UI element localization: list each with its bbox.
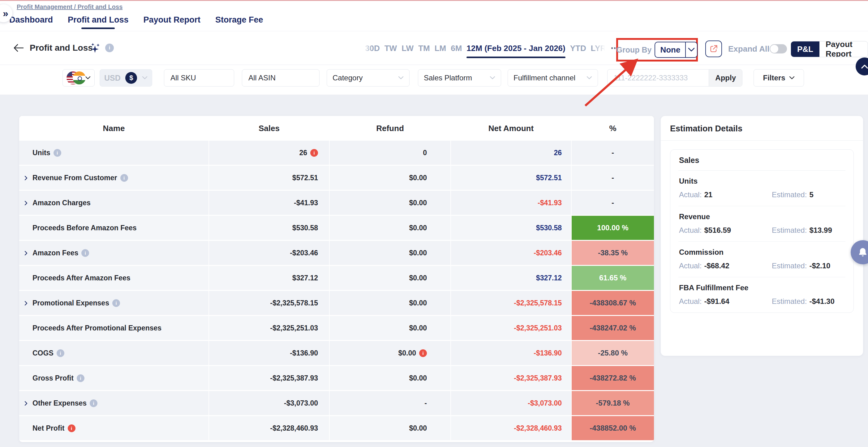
chevron-right-icon[interactable] (23, 299, 30, 306)
sparkles-ai-icon[interactable] (90, 42, 101, 54)
time-range-option[interactable]: 6M (451, 43, 462, 53)
tab-dashboard[interactable]: Dashboard (9, 15, 53, 28)
info-icon[interactable]: i (90, 400, 97, 407)
bell-icon (857, 247, 868, 258)
group-by-select[interactable]: None (655, 42, 698, 58)
sales-value: $327.12 (292, 274, 318, 282)
estimation-item: CommissionActual:-$68.42Estimated:-$2.10 (678, 242, 845, 270)
sku-filter[interactable] (164, 69, 234, 87)
fulfillment-channel-select[interactable]: Fulfillment channel (507, 69, 598, 87)
sales-value: -$2,325,578.15 (270, 299, 318, 307)
info-icon[interactable]: i (419, 349, 427, 357)
row-percent-cell: - (572, 141, 654, 165)
table-row: Proceeds After Promotional Expenses-$2,3… (19, 316, 654, 340)
estimated-value: -$41.30 (809, 297, 834, 306)
row-sales-cell: -$2,325,251.03 (209, 316, 329, 340)
sales-platform-select[interactable]: Sales Platform (418, 69, 501, 87)
row-name-cell: Promotional Expensesi (19, 291, 209, 315)
column-header-name[interactable]: Name (19, 116, 209, 141)
marketplace-selector[interactable] (62, 69, 95, 87)
segment-payout-report[interactable]: Payout Report (819, 41, 868, 57)
net-amount-value: $530.58 (536, 224, 562, 232)
row-name-cell: Gross Profiti (19, 366, 209, 390)
segment-pnl[interactable]: P&L (791, 41, 819, 57)
column-header-refund[interactable]: Refund (330, 116, 451, 141)
chevron-down-icon (142, 76, 148, 80)
chevron-down-icon (85, 76, 91, 80)
row-net-amount-cell: -$2,325,578.15 (451, 291, 571, 315)
sales-value: -$3,073.00 (284, 399, 318, 408)
category-select[interactable]: Category (327, 69, 409, 87)
breadcrumb[interactable]: Profit Management / Profit and Loss (17, 3, 123, 10)
time-range-option[interactable]: LYR (591, 43, 606, 53)
apply-button[interactable]: Apply (709, 69, 742, 86)
actual-label: Actual: (679, 190, 702, 199)
time-range-option[interactable]: 12M (Feb 2025 - Jan 2026) (466, 43, 565, 53)
net-amount-value: -$136.90 (534, 349, 562, 357)
refund-value: $0.00 (398, 349, 416, 357)
row-sales-cell: $530.58 (209, 216, 329, 240)
table-row: Amazon Feesi-$203.46$0.00-$203.46-38.35 … (19, 241, 654, 265)
column-header-sales[interactable]: Sales (209, 116, 329, 141)
time-range-option[interactable]: TM (418, 43, 430, 53)
info-icon[interactable]: i (77, 374, 85, 382)
chevron-right-icon[interactable] (23, 174, 30, 181)
info-icon[interactable]: i (120, 174, 128, 182)
order-id-input[interactable] (608, 73, 709, 82)
time-range-option[interactable]: TW (384, 43, 397, 53)
time-range-option[interactable]: LM (435, 43, 446, 53)
expand-all-toggle[interactable] (770, 44, 787, 54)
estimation-items: UnitsActual:21Estimated:5RevenueActual:$… (678, 171, 845, 306)
row-sales-cell: -$2,325,578.15 (209, 291, 329, 315)
info-icon[interactable]: i (81, 249, 89, 257)
filters-dropdown-button[interactable]: Filters (753, 69, 804, 87)
time-range-option[interactable]: 30D (365, 43, 380, 53)
info-icon[interactable]: i (54, 149, 61, 157)
row-refund-cell: $0.00 (330, 241, 451, 265)
row-percent-cell: 100.00 % (572, 216, 654, 240)
expand-all-label: Expand All (728, 44, 769, 54)
info-icon[interactable]: i (68, 424, 75, 432)
time-range-option[interactable]: LW (402, 43, 413, 53)
row-sales-cell: -$41.93 (209, 191, 329, 215)
row-name-label: Promotional Expenses (32, 299, 109, 307)
export-external-link-button[interactable] (705, 40, 722, 57)
actual-label: Actual: (679, 261, 702, 270)
back-button[interactable] (13, 43, 24, 53)
time-range-option[interactable]: YTD (570, 43, 586, 53)
chevron-up-icon (861, 64, 868, 69)
currency-selector[interactable]: USD $ (100, 69, 152, 87)
refund-value: $0.00 (409, 424, 427, 433)
table-row: Gross Profiti-$2,325,387.93$0.00-$2,325,… (19, 366, 654, 390)
tab-storage-fee[interactable]: Storage Fee (215, 15, 263, 28)
asin-input[interactable] (242, 73, 319, 82)
row-name-cell: Other Expensesi (19, 391, 209, 415)
info-icon[interactable]: i (57, 349, 64, 357)
estimation-item-values: Actual:-$91.64Estimated:-$41.30 (679, 297, 845, 306)
sales-value: -$2,325,387.93 (270, 374, 318, 382)
percent-value: -438852.00 % (590, 424, 636, 433)
chevron-right-icon[interactable] (23, 250, 30, 256)
chevron-right-icon[interactable] (23, 400, 30, 407)
row-refund-cell: $0.00 (330, 291, 451, 315)
page-header: Profit and Loss i 30DTWLWTMLM6M12M (Feb … (0, 31, 868, 65)
row-name-cell: Proceeds After Promotional Expenses (19, 316, 209, 340)
sku-input[interactable] (164, 73, 234, 82)
tab-payout-report[interactable]: Payout Report (144, 15, 201, 28)
column-header-percent[interactable]: % (572, 116, 654, 141)
column-header-net-amount[interactable]: Net Amount (451, 116, 571, 141)
percent-value: - (612, 148, 614, 157)
table-row: Revenue From Customeri$572.51$0.00$572.5… (19, 166, 654, 190)
estimation-item-name: Revenue (679, 212, 845, 221)
row-name-label: Proceeds Before Amazon Fees (32, 224, 137, 232)
net-amount-value: -$2,325,387.93 (514, 374, 562, 382)
title-info-icon[interactable]: i (105, 43, 114, 52)
row-name-label: Proceeds After Amazon Fees (32, 274, 130, 282)
asin-filter[interactable] (242, 69, 319, 87)
actual-value: -$68.42 (704, 261, 729, 270)
info-icon[interactable]: i (112, 299, 120, 307)
table-row: Unitsi26i026- (19, 141, 654, 165)
tab-profit-and-loss[interactable]: Profit and Loss (68, 15, 129, 28)
chevron-right-icon[interactable] (23, 199, 30, 206)
info-icon[interactable]: i (310, 149, 318, 157)
